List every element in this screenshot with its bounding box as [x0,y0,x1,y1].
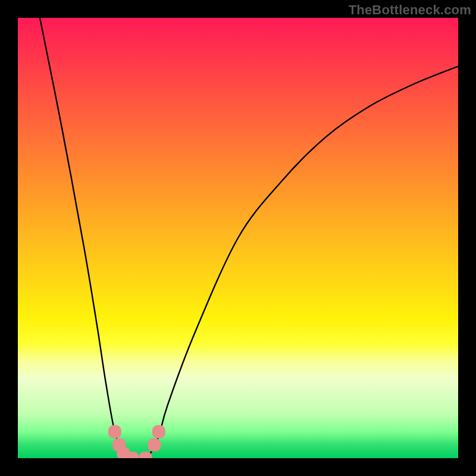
curve-marker [108,425,121,439]
curve-marker [152,425,165,439]
chart-plot-area [18,18,458,458]
curve-path [40,18,458,458]
watermark-text: TheBottleneck.com [349,2,471,18]
marker-group [108,425,165,458]
bottleneck-curve [18,18,458,458]
curve-marker [148,439,161,452]
